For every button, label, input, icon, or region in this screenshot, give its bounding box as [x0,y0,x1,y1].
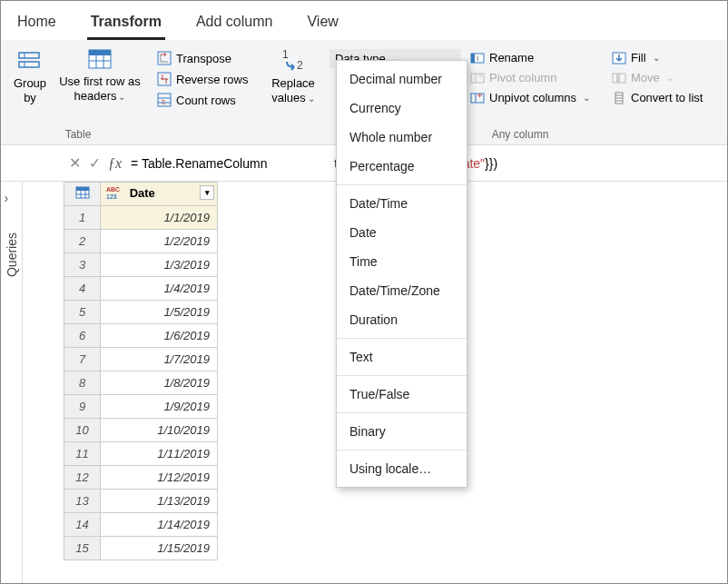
table-row[interactable]: 11/1/2019 [64,206,218,230]
table-row[interactable]: 91/9/2019 [64,395,218,419]
row-number[interactable]: 4 [64,277,101,301]
cell-date[interactable]: 1/8/2019 [101,371,218,395]
chevron-right-icon: › [5,191,19,205]
select-all-corner[interactable] [64,183,101,206]
column-filter-dropdown[interactable]: ▾ [200,185,214,200]
menu-true-false[interactable]: True/False [337,380,467,409]
cell-date[interactable]: 1/7/2019 [101,348,218,371]
cell-date[interactable]: 1/1/2019 [101,206,218,230]
svg-text:ABC: ABC [106,186,120,193]
row-number[interactable]: 9 [64,395,101,419]
rename-icon: I [470,52,485,64]
menu-duration[interactable]: Duration [337,305,467,334]
row-number[interactable]: 15 [64,537,101,560]
row-number[interactable]: 1 [64,206,101,230]
table-row[interactable]: 101/10/2019 [64,419,218,442]
menu-percentage[interactable]: Percentage [337,152,467,181]
table-row[interactable]: 111/11/2019 [64,442,218,466]
group-label-table: Table [65,126,92,143]
table-row[interactable]: 41/4/2019 [64,277,218,301]
cell-date[interactable]: 1/12/2019 [101,466,218,490]
chevron-down-icon: ⌄ [583,93,590,103]
replace-values-button[interactable]: 12 Replace values⌄ [266,45,320,108]
row-number[interactable]: 14 [64,513,101,537]
queries-panel-toggle[interactable]: › Queries [1,182,23,584]
convert-to-list-button[interactable]: Convert to list [608,89,706,106]
group-by-icon [18,49,42,74]
cell-date[interactable]: 1/3/2019 [101,253,218,277]
cell-date[interactable]: 1/6/2019 [101,324,218,348]
fx-icon[interactable]: ƒx [108,155,122,172]
cell-date[interactable]: 1/5/2019 [101,301,218,324]
svg-rect-9 [158,52,171,64]
menu-text[interactable]: Text [337,342,467,371]
tab-add-column[interactable]: Add column [192,8,277,40]
row-number[interactable]: 13 [64,490,101,513]
row-number[interactable]: 2 [64,230,101,253]
table-row[interactable]: 151/15/2019 [64,537,218,560]
group-by-button[interactable]: Group by [11,45,49,108]
chevron-down-icon: ⌄ [653,53,660,63]
svg-text:2: 2 [297,59,303,71]
count-rows-button[interactable]: Σ Count rows [153,91,251,109]
table-header-icon [88,49,112,73]
abc123-type-icon[interactable]: ABC123 [106,184,123,203]
row-number[interactable]: 5 [64,301,101,324]
menu-using-locale[interactable]: Using locale… [337,454,467,483]
table-row[interactable]: 31/3/2019 [64,253,218,277]
cell-date[interactable]: 1/11/2019 [101,442,218,466]
row-number[interactable]: 10 [64,419,101,442]
rename-button[interactable]: I Rename [467,49,603,66]
row-number[interactable]: 7 [64,348,101,371]
queries-label: Queries [5,233,19,277]
menu-whole-number[interactable]: Whole number [337,123,467,152]
table-row[interactable]: 61/6/2019 [64,324,218,348]
unpivot-icon [470,92,485,104]
unpivot-columns-button[interactable]: Unpivot columns⌄ [467,89,603,106]
cell-date[interactable]: 1/13/2019 [101,490,218,513]
list-icon [612,92,626,104]
row-number[interactable]: 6 [64,324,101,348]
table-row[interactable]: 21/2/2019 [64,230,218,253]
svg-text:123: 123 [106,193,117,200]
menu-currency[interactable]: Currency [337,94,467,123]
row-number[interactable]: 8 [64,371,101,395]
pivot-icon [470,72,485,84]
tab-home[interactable]: Home [14,8,60,40]
table-row[interactable]: 141/14/2019 [64,513,218,537]
table-row[interactable]: 71/7/2019 [64,348,218,371]
menu-date-time-zone[interactable]: Date/Time/Zone [337,276,467,305]
cell-date[interactable]: 1/4/2019 [101,277,218,301]
svg-rect-18 [471,54,475,63]
tab-view[interactable]: View [303,8,341,40]
fill-button[interactable]: Fill⌄ [608,49,706,66]
table-row[interactable]: 51/5/2019 [64,301,218,324]
row-number[interactable]: 3 [64,253,101,277]
table-row[interactable]: 131/13/2019 [64,490,218,513]
cancel-formula-icon[interactable]: ✕ [64,153,84,173]
menu-time[interactable]: Time [337,247,467,276]
fill-down-icon [612,52,626,64]
data-grid: ABC123 Date ▾ 11/1/201921/2/201931/3/201… [64,182,218,560]
cell-date[interactable]: 1/10/2019 [101,419,218,442]
table-row[interactable]: 121/12/2019 [64,466,218,490]
row-number[interactable]: 11 [64,442,101,466]
cell-date[interactable]: 1/15/2019 [101,537,218,560]
cell-date[interactable]: 1/2/2019 [101,230,218,253]
menu-date[interactable]: Date [337,218,467,247]
menu-decimal-number[interactable]: Decimal number [337,64,467,94]
cell-date[interactable]: 1/9/2019 [101,395,218,419]
transpose-button[interactable]: Transpose [153,49,251,67]
table-row[interactable]: 81/8/2019 [64,371,218,395]
replace-values-icon: 12 [280,49,307,74]
use-first-row-button[interactable]: Use first row as headers⌄ [54,45,145,106]
column-header-date[interactable]: ABC123 Date ▾ [101,183,218,206]
count-rows-icon: Σ [157,93,172,107]
reverse-rows-button[interactable]: Reverse rows [153,70,251,88]
tab-transform[interactable]: Transform [87,8,165,40]
menu-binary[interactable]: Binary [337,417,467,446]
menu-date-time[interactable]: Date/Time [337,189,467,218]
cell-date[interactable]: 1/14/2019 [101,513,218,537]
row-number[interactable]: 12 [64,466,101,490]
accept-formula-icon[interactable]: ✓ [84,153,104,173]
